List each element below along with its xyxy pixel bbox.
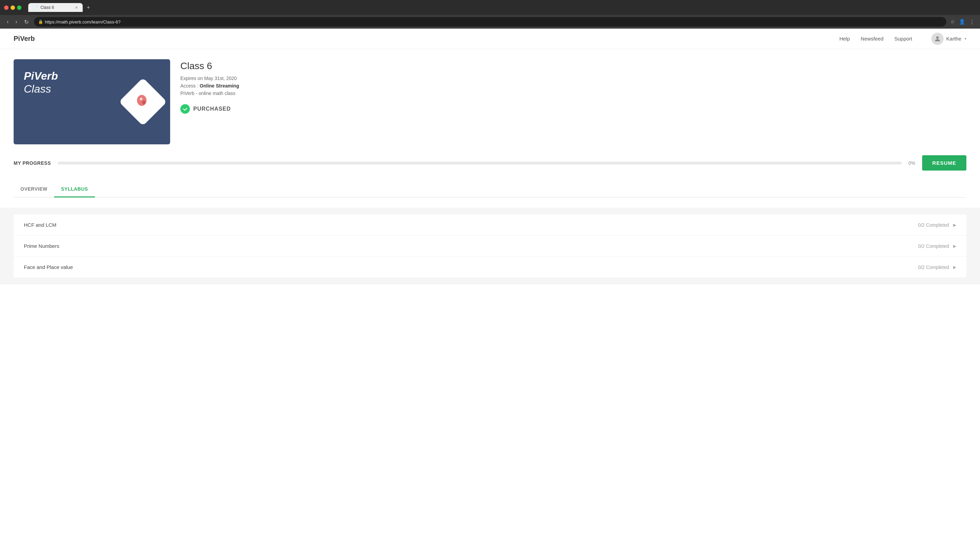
tabs-section: OVERVIEW SYLLABUS [14,182,966,198]
forward-button[interactable]: › [14,18,18,26]
address-wrapper: 🔒 [34,17,946,27]
toolbar-right: ☆ 👤 ⋮ [950,19,975,25]
tab-title: Class 6 [40,5,54,10]
thumbnail-logo-area [126,85,160,119]
lock-icon: 🔒 [38,19,43,24]
nav-support[interactable]: Support [894,36,912,41]
syllabus-item-name: Face and Place value [24,264,73,270]
access-type: Online Streaming [200,83,239,89]
nav-help[interactable]: Help [840,36,850,41]
syllabus-item-name: Prime Numbers [24,243,59,249]
list-item[interactable]: HCF and LCM 0/2 Completed ▶ [14,215,966,236]
syllabus-section: HCF and LCM 0/2 Completed ▶ Prime Number… [0,208,980,284]
avatar [931,33,943,45]
chevron-right-icon: ▶ [953,265,956,269]
syllabus-item-right: 0/2 Completed ▶ [918,265,956,270]
course-thumbnail: PiVerbClass [14,59,170,144]
purchased-label: PURCHASED [193,106,231,112]
expires-label: Expires on [180,76,203,81]
nav-newsfeed[interactable]: Newsfeed [861,36,884,41]
check-circle-icon [180,104,190,114]
address-input[interactable] [34,17,946,27]
progress-percent: 0% [908,160,915,166]
list-item[interactable]: Prime Numbers 0/2 Completed ▶ [14,236,966,257]
expires-text: Expires on May 31st, 2020 [180,76,966,81]
syllabus-item-right: 0/2 Completed ▶ [918,244,956,249]
diamond-inner [134,92,151,112]
expires-date: May 31st, 2020 [204,76,237,81]
syllabus-completed: 0/2 Completed [918,244,949,249]
browser-chrome: 📄 Class 6 ✕ + [0,0,980,15]
tab-bar: 📄 Class 6 ✕ + [28,3,92,12]
traffic-lights [4,5,21,10]
refresh-button[interactable]: ↻ [23,18,30,27]
thumbnail-title: PiVerbClass [24,69,58,96]
traffic-light-yellow[interactable] [11,5,15,10]
diamond-shape [119,78,167,126]
syllabus-list: HCF and LCM 0/2 Completed ▶ Prime Number… [14,215,966,277]
svg-point-1 [137,95,147,106]
star-icon[interactable]: ☆ [950,19,955,25]
course-header: PiVerbClass Class 6 Expires [14,59,966,144]
tab-syllabus[interactable]: SYLLABUS [54,182,95,198]
list-item[interactable]: Face and Place value 0/2 Completed ▶ [14,257,966,277]
tab-close-button[interactable]: ✕ [75,5,78,10]
chevron-right-icon: ▶ [953,223,956,228]
course-title: Class 6 [180,61,966,72]
browser-tab[interactable]: 📄 Class 6 ✕ [28,3,83,12]
access-text: Access : Online Streaming [180,83,966,89]
syllabus-item-name: HCF and LCM [24,222,56,228]
resume-button[interactable]: RESUME [922,155,966,171]
syllabus-item-right: 0/2 Completed ▶ [918,222,956,228]
app-header: PiVerb Help Newsfeed Support Karthe ▾ [0,29,980,49]
chevron-down-icon: ▾ [965,37,966,40]
course-info: Class 6 Expires on May 31st, 2020 Access… [180,59,966,114]
user-menu[interactable]: Karthe ▾ [931,33,966,45]
back-button[interactable]: ‹ [5,18,10,26]
purchased-badge: PURCHASED [180,104,966,114]
syllabus-completed: 0/2 Completed [918,265,949,270]
profile-icon[interactable]: 👤 [959,19,966,25]
app-logo: PiVerb [14,35,840,43]
access-label: Access : [180,83,200,89]
app-nav: Help Newsfeed Support Karthe ▾ [840,33,966,45]
progress-section: MY PROGRESS 0% RESUME [14,155,966,171]
svg-point-0 [936,36,939,38]
new-tab-button[interactable]: + [84,3,92,12]
address-bar: ‹ › ↻ 🔒 ☆ 👤 ⋮ [0,15,980,29]
chevron-right-icon: ▶ [953,244,956,249]
progress-bar-wrapper [58,162,902,164]
tab-favicon-icon: 📄 [33,5,38,10]
more-icon[interactable]: ⋮ [969,19,975,25]
traffic-light-green[interactable] [17,5,21,10]
traffic-light-red[interactable] [4,5,8,10]
user-name: Karthe [946,36,961,41]
progress-label: MY PROGRESS [14,160,51,166]
syllabus-completed: 0/2 Completed [918,222,949,228]
course-description: PiVerb - online math class [180,91,966,96]
tab-overview[interactable]: OVERVIEW [14,182,54,198]
main-content: PiVerbClass Class 6 Expires [0,49,980,208]
